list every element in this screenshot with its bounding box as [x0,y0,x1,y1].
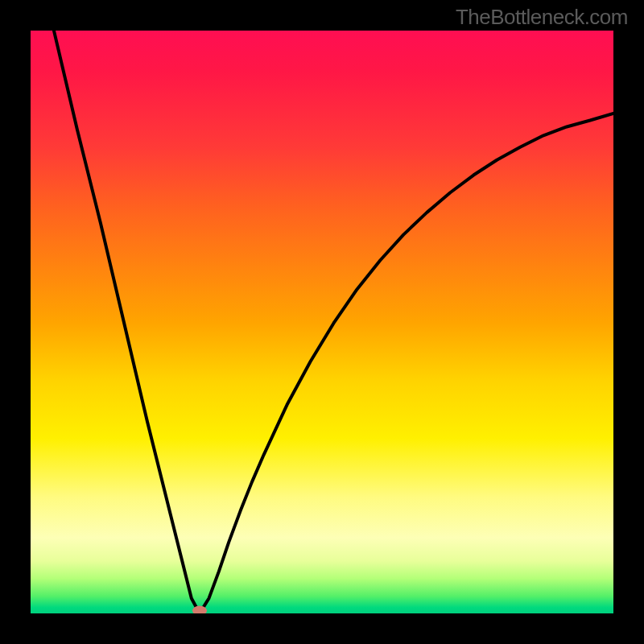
curve-svg [31,31,613,613]
bottleneck-curve [54,31,613,613]
plot-area [31,31,613,613]
watermark-text: TheBottleneck.com [456,5,628,30]
chart-container: TheBottleneck.com [0,0,644,644]
